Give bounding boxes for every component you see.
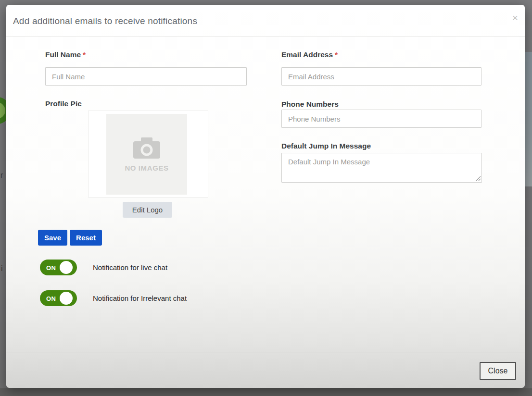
camera-icon (133, 137, 161, 159)
toggle-knob (60, 292, 73, 305)
edit-logo-button[interactable]: Edit Logo (123, 202, 172, 218)
close-button[interactable]: Close (480, 362, 516, 380)
toggle-knob (60, 261, 73, 274)
irrelevant-chat-toggle-row: ON Notification for Irrelevant chat (40, 290, 187, 306)
full-name-input[interactable] (45, 67, 247, 86)
background-bottom-fragment (0, 388, 532, 396)
screen: r i Add additional emails to receive not… (0, 0, 532, 396)
phone-numbers-input[interactable] (281, 110, 481, 128)
background-panel-fragment (524, 52, 532, 186)
live-chat-toggle[interactable]: ON (40, 260, 77, 275)
form-actions: Save Reset (38, 230, 102, 246)
required-marker: * (83, 50, 86, 59)
modal-footer: Close (6, 352, 525, 388)
close-icon[interactable]: × (508, 11, 522, 25)
modal-header: Add additional emails to receive notific… (6, 5, 525, 37)
profile-pic-preview: NO IMAGES (88, 111, 208, 198)
full-name-label: Full Name* (45, 50, 86, 59)
live-chat-toggle-row: ON Notification for live chat (40, 260, 167, 275)
modal-title: Add additional emails to receive notific… (13, 16, 197, 26)
no-image-placeholder: NO IMAGES (106, 114, 187, 195)
phone-numbers-label: Phone Numbers (281, 100, 339, 109)
default-jump-in-message-label: Default Jump In Message (281, 142, 371, 150)
background-text-fragment: r (0, 171, 3, 180)
toggle-label: Notification for Irrelevant chat (93, 294, 187, 302)
background-text-fragment: i (1, 264, 3, 273)
profile-pic-label: Profile Pic (45, 99, 82, 108)
add-notification-emails-modal: Add additional emails to receive notific… (6, 5, 525, 388)
required-marker: * (335, 50, 338, 59)
toggle-state-text: ON (46, 264, 56, 271)
email-address-label: Email Address* (281, 50, 338, 59)
save-button[interactable]: Save (38, 230, 67, 246)
default-jump-in-message-textarea[interactable] (281, 153, 482, 183)
toggle-label: Notification for live chat (93, 263, 167, 272)
email-address-input[interactable] (281, 67, 481, 86)
toggle-state-text: ON (46, 295, 56, 302)
no-images-text: NO IMAGES (125, 164, 168, 172)
irrelevant-chat-toggle[interactable]: ON (40, 290, 77, 306)
default-jump-in-message-wrap (281, 153, 482, 183)
reset-button[interactable]: Reset (70, 230, 102, 246)
